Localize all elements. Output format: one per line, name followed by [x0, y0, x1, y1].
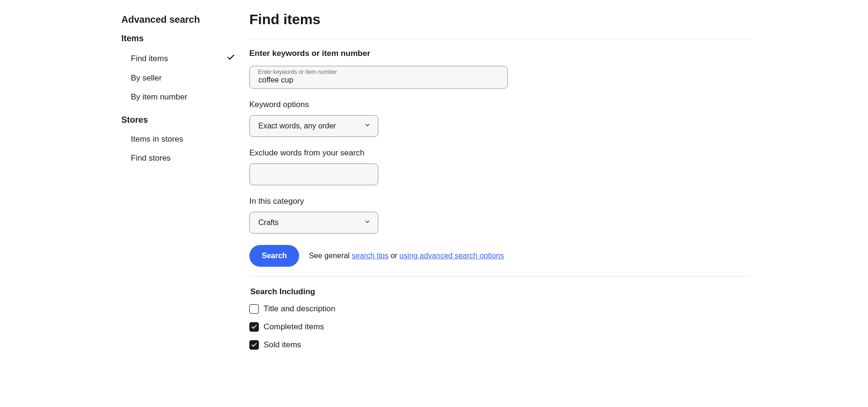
sidebar-item-label: By seller: [131, 73, 162, 83]
sidebar-stores-list: Items in stores Find stores: [121, 130, 249, 168]
sidebar-item-label: Find items: [131, 54, 168, 63]
include-title-description-row: Title and description: [249, 304, 749, 314]
main-content: Find items Enter keywords or item number…: [249, 9, 868, 358]
keyword-options-select[interactable]: Exact words, any order: [249, 115, 378, 137]
check-icon: [227, 53, 235, 64]
divider: [249, 39, 749, 39]
sidebar-item-find-stores[interactable]: Find stores: [121, 149, 249, 168]
include-completed-items-checkbox[interactable]: [249, 322, 259, 332]
keyword-options-label: Keyword options: [249, 100, 749, 109]
help-text: See general search tips or using advance…: [309, 252, 504, 260]
help-mid: or: [388, 252, 399, 260]
search-including-heading: Search Including: [250, 287, 749, 297]
category-select-wrap: Crafts: [249, 212, 378, 234]
category-select[interactable]: Crafts: [249, 212, 378, 234]
keywords-section-label: Enter keywords or item number: [249, 49, 749, 58]
sidebar-item-by-item-number[interactable]: By item number: [121, 88, 249, 107]
include-completed-items-row: Completed items: [249, 322, 749, 332]
search-button[interactable]: Search: [249, 245, 299, 267]
help-prefix: See general: [309, 252, 352, 260]
advanced-search-options-link[interactable]: using advanced search options: [400, 252, 504, 260]
sidebar-section-stores: Stores: [121, 115, 249, 125]
category-value: Crafts: [258, 218, 279, 227]
include-sold-items-checkbox[interactable]: [249, 340, 259, 350]
sidebar-title: Advanced search: [121, 14, 249, 25]
include-title-description-checkbox[interactable]: [249, 304, 259, 314]
include-sold-items-row: Sold items: [249, 340, 749, 350]
keywords-input-wrap: Enter keywords or item number: [249, 66, 508, 89]
sidebar-item-label: Items in stores: [131, 135, 183, 144]
exclude-words-label: Exclude words from your search: [249, 148, 749, 158]
include-completed-items-label: Completed items: [264, 322, 324, 332]
divider: [249, 276, 749, 277]
sidebar-item-by-seller[interactable]: By seller: [121, 69, 249, 88]
sidebar: Advanced search Items Find items By sell…: [121, 9, 249, 358]
sidebar-section-items: Items: [121, 34, 249, 44]
keywords-input[interactable]: [249, 66, 508, 89]
include-title-description-label: Title and description: [264, 304, 336, 314]
sidebar-item-label: Find stores: [131, 154, 171, 163]
search-tips-link[interactable]: search tips: [352, 252, 388, 260]
sidebar-items-list: Find items By seller By item number: [121, 48, 249, 107]
exclude-words-input[interactable]: [249, 163, 378, 185]
keyword-options-select-wrap: Exact words, any order: [249, 115, 378, 137]
sidebar-item-label: By item number: [131, 92, 187, 102]
keyword-options-value: Exact words, any order: [258, 122, 336, 130]
page-title: Find items: [249, 11, 749, 27]
search-row: Search See general search tips or using …: [249, 245, 749, 267]
category-label: In this category: [249, 197, 749, 206]
sidebar-item-items-in-stores[interactable]: Items in stores: [121, 130, 249, 149]
sidebar-item-find-items[interactable]: Find items: [121, 48, 249, 69]
include-sold-items-label: Sold items: [264, 340, 301, 350]
